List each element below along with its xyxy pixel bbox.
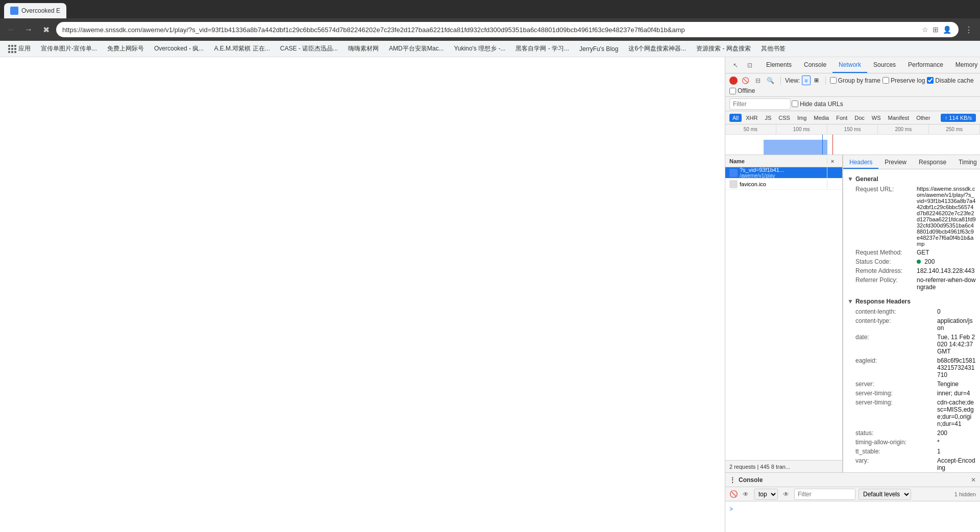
console-eye-button[interactable]: 👁	[741, 490, 751, 499]
bookmark-label-4: A.E.M.邓紫棋 正在...	[214, 44, 270, 53]
console-prompt-row[interactable]: >	[729, 503, 976, 515]
console-clear-button[interactable]: 🚫	[729, 490, 738, 498]
timeline-header: 50 ms 100 ms 150 ms 200 ms 250 ms	[725, 124, 980, 135]
detail-tab-preview[interactable]: Preview	[878, 157, 913, 169]
hide-data-urls-label[interactable]: Hide data URLs	[792, 100, 843, 108]
console-input[interactable]	[735, 505, 976, 513]
response-header-row: server-timing:cdn-cache;desc=MISS,edge;d…	[855, 398, 976, 428]
close-console-button[interactable]: ✕	[971, 476, 976, 484]
console-eye-filter-button[interactable]: 👁	[781, 490, 791, 499]
response-header-row: content-length:0	[855, 307, 976, 316]
console-label: Console	[739, 476, 763, 484]
url-bar[interactable]: https://aweme.snssdk.com/aweme/v1/play/?…	[56, 22, 959, 37]
general-section-header[interactable]: ▼ General	[847, 173, 976, 185]
group-by-frame-checkbox[interactable]	[830, 77, 837, 84]
bookmark-item-11[interactable]: 这6个网盘搜索神器...	[624, 43, 690, 55]
bookmark-item-4[interactable]: A.E.M.邓紫棋 正在...	[210, 43, 274, 55]
filter-other-button[interactable]: Other	[913, 114, 934, 122]
back-button[interactable]: ←	[4, 22, 18, 37]
throttle-button[interactable]: ↑ 114 KB/s	[941, 114, 976, 122]
response-headers-arrow-icon: ▼	[847, 298, 853, 305]
bookmark-item-10[interactable]: JerryFu's Blog	[575, 44, 622, 54]
row2-name: favicon.ico	[725, 180, 827, 188]
bookmark-star-icon[interactable]: ☆	[921, 24, 929, 35]
filter-font-button[interactable]: Font	[833, 114, 850, 122]
filter-ws-button[interactable]: WS	[869, 114, 884, 122]
filter-css-button[interactable]: CSS	[775, 114, 793, 122]
detail-tab-response[interactable]: Response	[913, 157, 952, 169]
offline-checkbox[interactable]	[729, 88, 736, 94]
header-name: server-timing:	[855, 390, 937, 397]
filter-types-bar: All XHR JS CSS Img Media Font Doc WS Man…	[725, 111, 980, 124]
group-by-frame-label[interactable]: Group by frame	[830, 77, 880, 84]
tab-elements[interactable]: Elements	[760, 57, 798, 73]
bookmark-item-8[interactable]: Yukino's 理想乡 -...	[450, 43, 509, 55]
view-details-button[interactable]: ⊞	[812, 75, 821, 85]
filter-all-button[interactable]: All	[729, 114, 742, 122]
row2-favicon	[729, 180, 738, 188]
console-level-select[interactable]: Default levels	[859, 489, 911, 500]
filter-media-button[interactable]: Media	[811, 114, 832, 122]
col-header-close[interactable]: ×	[827, 158, 838, 164]
console-filter-input[interactable]	[794, 489, 855, 500]
filter-doc-button[interactable]: Doc	[851, 114, 868, 122]
apps-label: 应用	[18, 44, 31, 53]
address-bar: ← → ✖ https://aweme.snssdk.com/aweme/v1/…	[0, 18, 980, 41]
extension-icon[interactable]: ⊞	[932, 24, 940, 35]
timeline-graph	[725, 135, 980, 155]
accounts-icon[interactable]: 👤	[942, 24, 952, 35]
filter-button[interactable]: ⊟	[753, 76, 763, 85]
disable-cache-label[interactable]: Disable cache	[927, 77, 973, 84]
device-mode-button[interactable]: ⊡	[744, 59, 756, 71]
header-name: eagleid:	[855, 357, 937, 378]
tab-performance[interactable]: Performance	[902, 57, 949, 73]
network-row-1[interactable]: ?s_vid=93f1b41... /aweme/v1/play	[725, 167, 842, 179]
preserve-log-label[interactable]: Preserve log	[883, 77, 925, 84]
tab-sources[interactable]: Sources	[867, 57, 902, 73]
bookmark-item-7[interactable]: AMD平台安装Mac...	[385, 43, 448, 55]
clear-button[interactable]: 🚫	[740, 76, 751, 85]
inspect-element-button[interactable]: ↖	[729, 59, 742, 71]
bookmarks-bar: 应用 宣传单图片-宣传单... 免费上网际号 Overcooked - 疯...…	[0, 41, 980, 57]
forward-button[interactable]: →	[21, 22, 36, 37]
reload-button[interactable]: ✖	[39, 22, 53, 37]
filter-xhr-button[interactable]: XHR	[743, 114, 761, 122]
bookmark-item-6[interactable]: 嗨嗨素材网	[344, 43, 383, 55]
network-row-2[interactable]: favicon.ico	[725, 179, 842, 190]
tab-network[interactable]: Network	[832, 57, 867, 73]
bookmark-item-5[interactable]: CASE - 诺臣杰迅品...	[276, 43, 342, 55]
view-waterfall-button[interactable]: ≡	[802, 75, 810, 85]
detail-tab-timing[interactable]: Timing	[952, 157, 980, 169]
tab-memory[interactable]: Memory	[949, 57, 980, 73]
bookmark-item-9[interactable]: 黑客自学网 - 学习...	[511, 43, 573, 55]
filter-manifest-button[interactable]: Manifest	[885, 114, 913, 122]
bookmark-item-1[interactable]: 宣传单图片-宣传单...	[37, 43, 101, 55]
bookmark-label-5: CASE - 诺臣杰迅品...	[280, 44, 338, 53]
detail-tab-headers[interactable]: Headers	[843, 157, 878, 169]
filter-img-button[interactable]: Img	[794, 114, 810, 122]
disable-cache-checkbox[interactable]	[927, 77, 934, 84]
filter-input[interactable]	[729, 98, 791, 110]
record-button[interactable]	[729, 77, 738, 85]
bookmark-item-2[interactable]: 免费上网际号	[103, 43, 148, 55]
bookmark-item-13[interactable]: 其他书签	[757, 43, 790, 55]
response-headers-section-header[interactable]: ▼ Response Headers	[847, 296, 976, 307]
hide-data-urls-checkbox[interactable]	[792, 100, 798, 107]
bookmarks-apps-item[interactable]: 应用	[4, 43, 35, 55]
extensions-button[interactable]: ⋮	[962, 22, 976, 37]
bookmark-item-3[interactable]: Overcooked - 疯...	[150, 43, 208, 55]
tab-console[interactable]: Console	[798, 57, 832, 73]
page-background	[0, 57, 725, 532]
row1-path: /aweme/v1/play	[740, 173, 784, 179]
devtools-panel-tabs: Elements Console Network Sources Perform…	[760, 57, 980, 73]
browser-tab[interactable]: Overcooked E	[4, 3, 66, 18]
bookmark-item-12[interactable]: 资源搜索 - 网盘搜索	[692, 43, 755, 55]
filter-js-button[interactable]: JS	[762, 114, 774, 122]
console-context-select[interactable]: top	[754, 489, 778, 500]
remote-address-value: 182.140.143.228:443	[917, 267, 974, 274]
search-button[interactable]: 🔍	[765, 76, 776, 85]
tick-100ms: 100 ms	[776, 124, 827, 134]
response-headers-content: content-length:0content-type:application…	[847, 307, 976, 472]
preserve-log-checkbox[interactable]	[883, 77, 889, 84]
offline-label[interactable]: Offline	[729, 87, 755, 94]
